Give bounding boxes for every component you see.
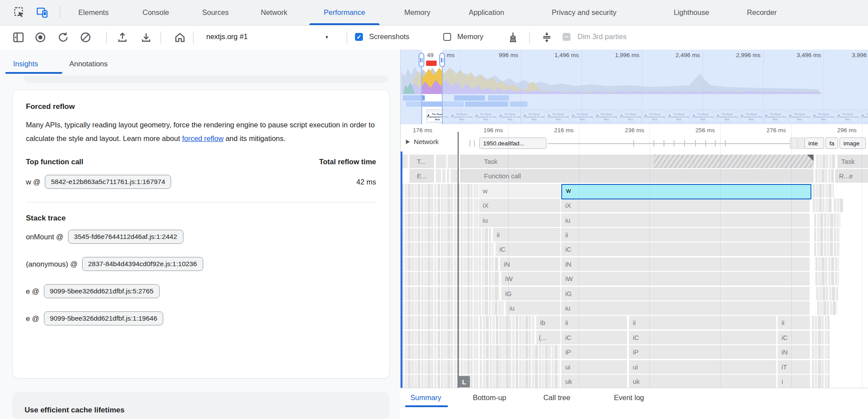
flame-bar-ii[interactable]: ii xyxy=(629,316,776,329)
flame-bar[interactable] xyxy=(479,287,499,300)
flame-bar-uk[interactable]: uk xyxy=(629,375,776,388)
network-request-pill[interactable]: inte xyxy=(804,137,824,149)
source-location-link[interactable]: 2837-84b4d4394cd0f92e.js:1:10236 xyxy=(82,257,203,271)
flame-bar[interactable] xyxy=(402,272,478,285)
memory-label[interactable]: Memory xyxy=(457,33,484,41)
flame-bar-iu[interactable]: iu xyxy=(561,213,810,227)
flame-bar[interactable] xyxy=(479,301,504,315)
tab-annotations[interactable]: Annotations xyxy=(69,55,108,72)
flame-bar[interactable] xyxy=(815,257,839,271)
flame-bar-iw[interactable]: iW xyxy=(561,272,810,285)
flame-bar-i[interactable]: i xyxy=(778,375,810,388)
flame-bar-ip[interactable]: iP xyxy=(561,345,627,359)
tab-network[interactable]: Network xyxy=(253,0,295,25)
flame-bar[interactable] xyxy=(480,345,560,359)
flame-bar[interactable] xyxy=(813,199,832,212)
tab-privacy-and-security[interactable]: Privacy and security xyxy=(531,0,637,25)
flame-bar[interactable] xyxy=(402,360,478,374)
tab-performance[interactable]: Performance xyxy=(309,0,380,25)
flame-bar-w[interactable]: w xyxy=(561,184,811,199)
flame-bar-ii[interactable]: ii xyxy=(778,316,810,329)
flame-bar-t[interactable]: T... xyxy=(409,155,434,168)
flame-bar-iu[interactable]: iu xyxy=(479,213,560,227)
tab-application[interactable]: Application xyxy=(458,0,515,25)
flame-bar[interactable] xyxy=(447,169,449,183)
source-location-link[interactable]: 9099-5bee326dd621dfbf.js:1:19646 xyxy=(44,311,164,325)
flame-bar-ii[interactable]: ii xyxy=(493,228,560,242)
flame-bar-ig[interactable]: iG xyxy=(501,287,560,300)
flame-bar[interactable] xyxy=(480,316,534,329)
flame-bar-iu[interactable]: iu xyxy=(506,301,560,315)
flame-bar[interactable] xyxy=(815,169,834,183)
forced-reflow-link[interactable]: forced reflow xyxy=(182,134,223,142)
clear-icon[interactable] xyxy=(79,31,92,43)
flame-bar[interactable] xyxy=(815,272,839,285)
upload-icon[interactable] xyxy=(116,31,129,43)
download-icon[interactable] xyxy=(140,31,152,43)
flame-bar[interactable] xyxy=(479,228,491,242)
memory-checkbox[interactable] xyxy=(443,33,451,41)
flame-bar[interactable] xyxy=(812,360,829,374)
flame-bar-ib[interactable]: ib xyxy=(536,316,560,329)
compress-icon[interactable] xyxy=(541,31,553,43)
flame-bar-in[interactable]: iN xyxy=(561,257,810,271)
flame-bar[interactable] xyxy=(402,242,478,256)
flame-bar-ui[interactable]: ui xyxy=(561,360,627,374)
flame-bar-ix[interactable]: iX xyxy=(479,199,560,212)
network-request-pill[interactable]: 1950.dea8fad... xyxy=(479,137,546,149)
inspect-icon[interactable] xyxy=(13,6,25,18)
flame-bar-in[interactable]: iN xyxy=(500,257,560,271)
flame-bar[interactable] xyxy=(442,169,445,183)
tab-recorder[interactable]: Recorder xyxy=(736,0,787,25)
flame-bar-[interactable]: (... xyxy=(536,331,560,344)
flame-bar-ic[interactable]: iC xyxy=(495,242,560,256)
layout-shift-badge[interactable]: L xyxy=(458,376,470,387)
flame-bar-in[interactable]: iN xyxy=(778,345,810,359)
flame-bar[interactable] xyxy=(402,301,478,315)
screenshots-label[interactable]: Screenshots xyxy=(369,33,409,41)
flame-bar[interactable] xyxy=(816,155,836,168)
flame-bar[interactable] xyxy=(816,287,838,300)
flame-bar-ii[interactable]: ii xyxy=(561,316,627,329)
source-location-link[interactable]: 5842-e12b863a5c711761.js:1:167974 xyxy=(45,175,171,189)
flame-bar-functioncall[interactable]: Function call xyxy=(460,169,814,183)
tab-insights[interactable]: Insights xyxy=(13,55,38,72)
flame-bar[interactable] xyxy=(451,169,458,183)
flame-bar[interactable] xyxy=(402,287,478,300)
flame-bar[interactable] xyxy=(402,213,478,227)
flame-bar-it[interactable]: iT xyxy=(778,360,810,374)
device-toolbar-icon[interactable] xyxy=(36,6,48,18)
flame-bar[interactable] xyxy=(814,213,840,227)
flame-bar[interactable] xyxy=(402,199,478,212)
flame-bar[interactable] xyxy=(480,331,534,344)
source-location-link[interactable]: 3545-fd6e7644112d46af.js:1:2442 xyxy=(68,230,183,244)
garbage-icon[interactable] xyxy=(507,31,519,43)
flame-bar[interactable] xyxy=(812,331,829,344)
flame-bar[interactable] xyxy=(814,228,839,242)
flame-bar[interactable] xyxy=(812,345,829,359)
tab-lighthouse[interactable]: Lighthouse xyxy=(663,0,720,25)
flame-bar-ii[interactable]: ii xyxy=(561,228,810,242)
flame-bar[interactable] xyxy=(402,155,408,168)
flame-bar-ic[interactable]: iC xyxy=(778,331,810,344)
source-location-link[interactable]: 9099-5bee326dd621dfbf.js:5:2765 xyxy=(44,284,160,298)
tab-call-tree[interactable]: Call tree xyxy=(543,388,570,407)
flame-bar-task[interactable]: Task xyxy=(837,155,868,168)
network-request-pill[interactable]: fa xyxy=(825,137,838,149)
flame-bar[interactable] xyxy=(480,375,560,388)
flame-bar-ui[interactable]: ui xyxy=(629,360,776,374)
flame-bar-uk[interactable]: uk xyxy=(561,375,627,388)
flame-bar[interactable] xyxy=(479,242,494,256)
flame-bar[interactable] xyxy=(436,155,446,168)
flame-chart[interactable]: T...TaskTaskE...Function callR...ewwiXiX… xyxy=(401,152,868,388)
flame-bar[interactable] xyxy=(812,375,829,388)
flame-bar-e[interactable]: E... xyxy=(409,169,434,183)
flame-bar-w[interactable]: w xyxy=(479,184,560,198)
flame-bar[interactable] xyxy=(402,316,478,329)
flame-bar[interactable] xyxy=(817,301,837,315)
use-efficient-cache-lifetimes-card[interactable]: Use efficient cache lifetimes xyxy=(12,392,390,419)
selection-left-handle[interactable] xyxy=(419,53,424,67)
tab-sources[interactable]: Sources xyxy=(194,0,237,25)
timeline-overview[interactable]: The React Framework for the WebThe React… xyxy=(401,50,868,124)
tab-memory[interactable]: Memory xyxy=(396,0,438,25)
